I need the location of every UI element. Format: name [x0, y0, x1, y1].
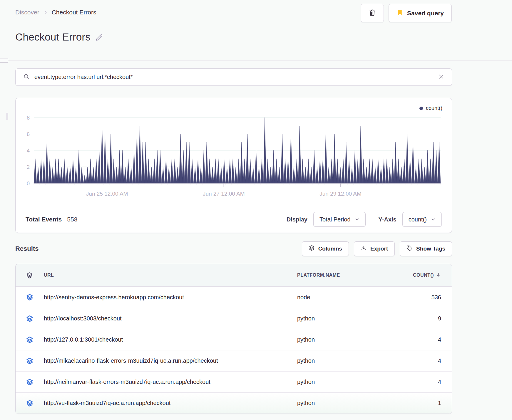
tag-icon: [406, 245, 413, 253]
table-row[interactable]: http://neilmanvar-flask-errors-m3uuizd7i…: [16, 371, 452, 392]
events-area-chart[interactable]: 02468Jun 25 12:00 AMJun 27 12:00 AMJun 2…: [16, 109, 452, 197]
page-title: Checkout Errors: [15, 31, 103, 43]
svg-text:6: 6: [27, 131, 30, 137]
row-count: 4: [391, 357, 441, 364]
panel-collapse-handle[interactable]: [0, 58, 8, 63]
search-input[interactable]: [34, 74, 434, 80]
breadcrumb-current: Checkout Errors: [52, 9, 96, 16]
close-icon: [438, 74, 444, 80]
delete-query-button[interactable]: [361, 4, 384, 22]
chevron-right-icon: [43, 10, 48, 15]
row-platform: python: [297, 357, 391, 364]
row-url[interactable]: http://localhost:3003/checkout: [44, 315, 297, 322]
table-row[interactable]: http://vu-flask-m3uuizd7iq-uc.a.run.app/…: [16, 392, 452, 414]
row-count: 4: [391, 379, 441, 385]
row-platform: python: [297, 400, 391, 406]
row-platform: python: [297, 379, 391, 385]
column-header-url[interactable]: URL: [44, 273, 297, 278]
total-events-label: Total Events: [26, 216, 62, 223]
results-table: URL PLATFORM.NAME COUNT() http://sentry-…: [15, 264, 452, 414]
page-divider: [0, 60, 512, 61]
svg-text:Jun 29 12:00 AM: Jun 29 12:00 AM: [319, 191, 362, 197]
row-platform: python: [297, 336, 391, 343]
svg-text:8: 8: [27, 115, 30, 121]
display-value: Total Period: [319, 216, 351, 223]
row-count: 1: [391, 400, 441, 406]
layers-icon: [309, 245, 315, 253]
pencil-icon: [95, 33, 103, 43]
row-count: 536: [391, 294, 441, 301]
row-url[interactable]: http://neilmanvar-flask-errors-m3uuizd7i…: [44, 379, 297, 385]
trash-icon: [368, 9, 376, 18]
svg-text:Jun 27 12:00 AM: Jun 27 12:00 AM: [203, 191, 245, 197]
discover-saved-query-page: Discover Checkout Errors Saved query Che…: [0, 0, 512, 420]
stack-icon[interactable]: [26, 294, 44, 301]
results-header: Results Columns Export Show Tags: [15, 241, 452, 256]
row-count: 9: [391, 315, 441, 322]
row-url[interactable]: http://vu-flask-m3uuizd7iq-uc.a.run.app/…: [44, 400, 297, 406]
column-header-count[interactable]: COUNT(): [391, 272, 441, 279]
saved-query-label: Saved query: [407, 10, 444, 17]
row-url[interactable]: http://127.0.0.1:3001/checkout: [44, 336, 297, 343]
table-row[interactable]: http://sentry-demos-express.herokuapp.co…: [16, 287, 452, 308]
download-icon: [361, 245, 367, 253]
results-actions: Columns Export Show Tags: [302, 241, 452, 256]
stack-icon[interactable]: [26, 400, 44, 407]
row-platform: python: [297, 315, 391, 322]
results-heading: Results: [15, 245, 39, 253]
svg-text:4: 4: [27, 148, 30, 154]
svg-text:2: 2: [27, 164, 30, 170]
display-label: Display: [287, 216, 307, 223]
header-actions: Saved query: [361, 4, 452, 22]
chart-footer: Total Events 558 Display Total Period Y-…: [16, 206, 452, 233]
chart-controls: Display Total Period Y-Axis count(): [287, 212, 442, 227]
clear-search-button[interactable]: [438, 74, 444, 80]
yaxis-value: count(): [409, 216, 427, 223]
sort-desc-arrow-icon: [436, 272, 441, 279]
chevron-down-icon: [431, 217, 436, 222]
chevron-down-icon: [355, 217, 359, 222]
edit-title-button[interactable]: [95, 33, 103, 43]
stack-icon[interactable]: [26, 357, 44, 364]
columns-button[interactable]: Columns: [302, 241, 349, 256]
stack-icon[interactable]: [26, 272, 44, 279]
search-icon: [23, 73, 30, 81]
display-dropdown[interactable]: Total Period: [313, 212, 366, 227]
breadcrumb-discover-link[interactable]: Discover: [15, 9, 39, 16]
stack-icon[interactable]: [26, 315, 44, 322]
stack-icon[interactable]: [26, 379, 44, 386]
search-bar: [15, 68, 452, 86]
columns-button-label: Columns: [318, 246, 342, 252]
table-header-row: URL PLATFORM.NAME COUNT(): [16, 264, 452, 287]
yaxis-label: Y-Axis: [379, 216, 396, 223]
query-title-text: Checkout Errors: [15, 31, 91, 43]
scroll-handle[interactable]: [6, 113, 8, 120]
bookmark-icon: [396, 9, 403, 17]
row-url[interactable]: http://mikaelacarino-flask-errors-m3uuiz…: [44, 357, 297, 364]
svg-text:0: 0: [27, 181, 30, 187]
stack-icon[interactable]: [26, 336, 44, 343]
row-count: 4: [391, 336, 441, 343]
export-button-label: Export: [370, 246, 388, 252]
svg-text:Jun 25 12:00 AM: Jun 25 12:00 AM: [86, 191, 128, 197]
yaxis-dropdown[interactable]: count(): [402, 212, 442, 227]
total-events-value: 558: [67, 216, 77, 223]
total-events: Total Events 558: [26, 216, 77, 223]
row-platform: node: [297, 294, 391, 301]
table-row[interactable]: http://127.0.0.1:3001/checkout python 4: [16, 329, 452, 350]
saved-query-button[interactable]: Saved query: [389, 4, 452, 22]
breadcrumb: Discover Checkout Errors: [15, 9, 96, 16]
events-chart-card: count() 02468Jun 25 12:00 AMJun 27 12:00…: [15, 98, 452, 233]
table-body: http://sentry-demos-express.herokuapp.co…: [16, 287, 452, 414]
show-tags-button-label: Show Tags: [416, 246, 445, 252]
export-button[interactable]: Export: [354, 241, 395, 256]
column-header-platform[interactable]: PLATFORM.NAME: [297, 273, 391, 278]
show-tags-button[interactable]: Show Tags: [400, 241, 452, 256]
table-row[interactable]: http://mikaelacarino-flask-errors-m3uuiz…: [16, 350, 452, 371]
row-url[interactable]: http://sentry-demos-express.herokuapp.co…: [44, 294, 297, 301]
table-row[interactable]: http://localhost:3003/checkout python 9: [16, 308, 452, 329]
